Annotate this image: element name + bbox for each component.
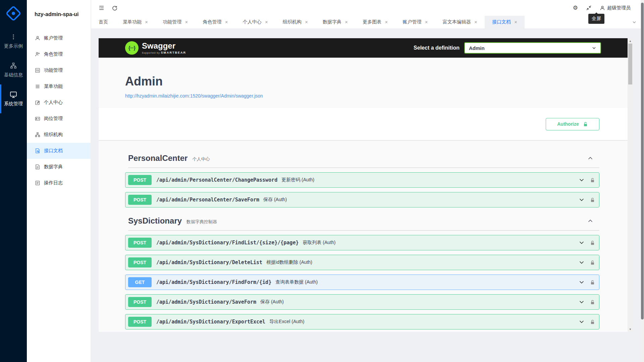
user-name: 超级管理员 <box>607 5 631 11</box>
rail-item-basic-info[interactable]: 基础信息 <box>0 56 27 84</box>
settings-gear-icon[interactable]: ⚙ <box>573 5 578 11</box>
swagger-wordmark: Swagger <box>142 42 186 50</box>
tab-more-charts[interactable]: 更多图表✕ <box>355 16 395 28</box>
tab-api-docs[interactable]: 接口文档✕ <box>485 16 525 28</box>
chevron-down-icon <box>579 279 585 285</box>
fullscreen-icon[interactable] <box>586 5 592 11</box>
close-icon[interactable]: ✕ <box>385 20 388 24</box>
unlock-icon <box>590 240 595 245</box>
tab-function-admin[interactable]: 功能管理✕ <box>155 16 195 28</box>
sidebar-item-label: 菜单功能 <box>44 83 63 89</box>
unlock-icon <box>590 319 595 324</box>
close-icon[interactable]: ✕ <box>185 20 188 24</box>
close-icon[interactable]: ✕ <box>345 20 348 24</box>
endpoint-path: /api/admin/SysDictionary/FindList/{size}… <box>156 240 299 246</box>
supported-by-label: Supported by <box>142 52 160 54</box>
method-badge: POST <box>128 257 152 267</box>
sidebar-item-roles[interactable]: 角色管理 <box>27 46 91 62</box>
swagger-braces-icon: {···} <box>125 41 139 55</box>
more-examples-icon <box>10 33 16 41</box>
close-icon[interactable]: ✕ <box>474 20 477 24</box>
endpoint-row[interactable]: GET /api/admin/SysDictionary/FindForm/{i… <box>125 275 599 290</box>
app-logo[interactable] <box>0 0 27 27</box>
endpoint-row[interactable]: POST /api/admin/PersonalCenter/SaveForm … <box>125 192 599 207</box>
sidebar-item-positions[interactable]: 岗位管理 <box>27 111 91 127</box>
api-spec-url[interactable]: http://hzyadmin.milaizhijie.com:1520/swa… <box>125 93 633 99</box>
section-description: 个人中心 <box>192 156 210 162</box>
toolbar-right-group: ⚙ 超级管理员 <box>573 5 639 11</box>
chevron-down-icon <box>592 46 596 50</box>
endpoint-row[interactable]: POST /api/admin/SysDictionary/DeleteList… <box>125 255 599 270</box>
user-menu[interactable]: 超级管理员 <box>600 5 631 11</box>
page-scrollbar-thumb[interactable] <box>641 3 644 319</box>
endpoint-path: /api/admin/PersonalCenter/ChangePassword <box>156 177 277 183</box>
tab-dictionary[interactable]: 数据字典✕ <box>315 16 355 28</box>
scroll-up-icon[interactable]: ▲ <box>628 38 633 44</box>
tab-accounts[interactable]: 账户管理✕ <box>395 16 435 28</box>
rail-item-label: 系统管理 <box>4 101 23 107</box>
endpoint-row[interactable]: POST /api/admin/SysDictionary/FindList/{… <box>125 235 599 250</box>
cluster-icon <box>10 62 17 69</box>
endpoint-summary: 更新密码 (Auth) <box>281 177 314 183</box>
chevron-down-icon <box>579 319 585 325</box>
endpoint-row[interactable]: POST /api/admin/SysDictionary/SaveForm 保… <box>125 294 599 310</box>
tab-role-admin[interactable]: 角色管理✕ <box>195 16 235 28</box>
user-avatar-icon <box>600 5 605 11</box>
definition-selected-value: Admin <box>469 45 485 51</box>
section-header-personalcenter[interactable]: PersonalCenter 个人中心 <box>128 154 599 168</box>
close-icon[interactable]: ✕ <box>265 20 268 24</box>
sidebar-item-label: 接口文档 <box>44 148 63 154</box>
rail-item-more-examples[interactable]: 更多示例 <box>0 27 27 56</box>
operations-list: PersonalCenter 个人中心 POST /api/admin/Pers… <box>99 154 633 329</box>
definition-select[interactable]: Admin <box>464 42 601 54</box>
tab-personal-center[interactable]: 个人中心✕ <box>235 16 275 28</box>
scroll-down-icon[interactable]: ▼ <box>628 326 633 332</box>
tab-organization[interactable]: 组织机构✕ <box>275 16 315 28</box>
tab-label: 富文本编辑器 <box>443 19 471 25</box>
section-name: PersonalCenter <box>128 154 187 163</box>
sidebar-item-functions[interactable]: 功能管理 <box>27 62 91 78</box>
swagger-topbar: {···} Swagger Supported by SMARTBEAR Sel… <box>99 38 633 58</box>
swagger-scrollbar[interactable]: ▲ ▼ <box>628 38 633 332</box>
section-header-sysdictionary[interactable]: SysDictionary 数据字典控制器 <box>128 216 599 231</box>
swagger-info: Admin http://hzyadmin.milaizhijie.com:15… <box>99 58 633 108</box>
authorize-button[interactable]: Authorize <box>546 118 599 130</box>
tab-home[interactable]: 首页 <box>91 16 115 28</box>
close-icon[interactable]: ✕ <box>145 20 148 24</box>
close-icon[interactable]: ✕ <box>305 20 308 24</box>
sidebar-item-accounts[interactable]: 账户管理 <box>27 30 91 46</box>
file-log-icon <box>35 180 40 186</box>
tab-rich-text-editor[interactable]: 富文本编辑器✕ <box>435 16 485 28</box>
tab-menu-functions[interactable]: 菜单功能✕ <box>115 16 155 28</box>
sidebar-item-organization[interactable]: 组织机构 <box>27 127 91 143</box>
close-icon[interactable]: ✕ <box>425 20 428 24</box>
close-icon[interactable]: ✕ <box>225 20 228 24</box>
refresh-icon[interactable] <box>110 3 119 13</box>
file-search-icon <box>35 148 40 154</box>
tab-label: 个人中心 <box>243 19 262 25</box>
scrollbar-thumb[interactable] <box>628 44 632 84</box>
endpoint-row[interactable]: POST /api/admin/PersonalCenter/ChangePas… <box>125 172 599 188</box>
chevron-up-icon <box>587 218 593 224</box>
page-scrollbar[interactable] <box>641 0 644 362</box>
tab-label: 数据字典 <box>323 19 341 25</box>
diamond-logo-icon <box>5 5 21 21</box>
sidebar-item-personal-center[interactable]: 个人中心 <box>27 95 91 111</box>
menu-fold-icon[interactable] <box>97 3 106 13</box>
sidebar-item-operation-logs[interactable]: 操作日志 <box>27 175 91 191</box>
sidebar-item-api-docs[interactable]: 接口文档 <box>27 143 91 159</box>
rail-item-system-admin[interactable]: 系统管理 <box>0 84 27 113</box>
user-icon <box>35 36 40 41</box>
endpoint-row[interactable]: POST /api/admin/SysDictionary/ExportExce… <box>125 314 599 329</box>
sidebar-item-menus[interactable]: 菜单功能 <box>27 78 91 95</box>
method-badge: POST <box>128 317 152 327</box>
sidebar-item-label: 数据字典 <box>44 164 63 170</box>
smartbear-label: SMARTBEAR <box>161 51 186 54</box>
sidebar-menu: 账户管理 角色管理 功能管理 菜单功能 个人中心 岗位管理 组织机构 接口文档 <box>27 30 91 191</box>
chevron-down-icon <box>579 259 585 265</box>
close-icon[interactable]: ✕ <box>514 20 517 24</box>
endpoint-summary: 保存 (Auth) <box>260 299 284 305</box>
api-title: Admin <box>125 74 633 88</box>
menu-lines-icon <box>35 84 40 89</box>
sidebar-item-dictionary[interactable]: 数据字典 <box>27 159 91 175</box>
